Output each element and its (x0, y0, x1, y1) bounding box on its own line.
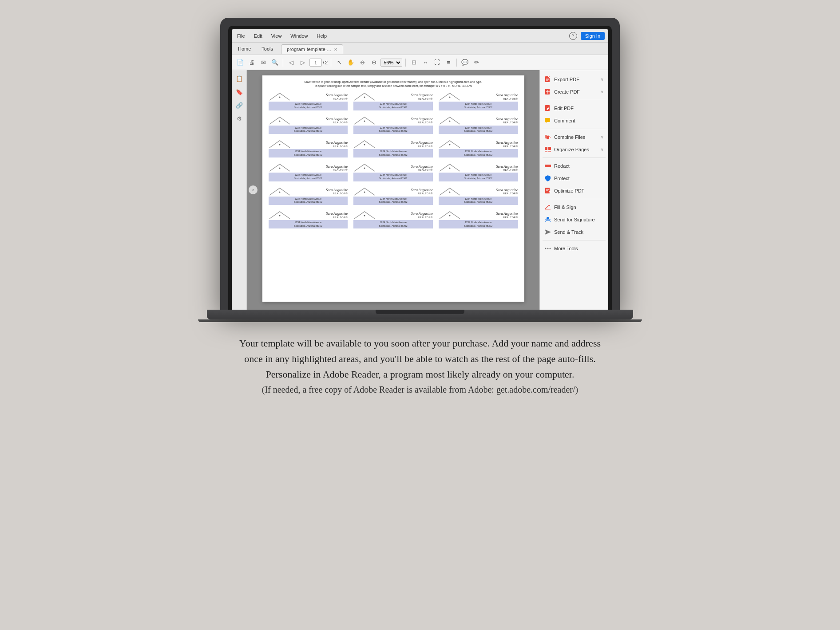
svg-rect-32 (548, 147, 551, 150)
roof-icon (269, 163, 291, 172)
export-pdf-icon (544, 76, 551, 83)
label-info: Sara Augustine REALTOR® (461, 188, 518, 195)
toolbar: 📄 🖨 ✉ 🔍 ◁ ▷ / 2 ↖ ✋ ⊖ ⊕ (232, 55, 608, 70)
help-icon[interactable]: ? (569, 32, 577, 40)
create-pdf-icon (544, 88, 551, 95)
menu-file[interactable]: File (235, 32, 247, 39)
tool-export-pdf[interactable]: Export PDF ∨ (543, 74, 606, 85)
sidebar-pages-icon[interactable]: 📋 (234, 74, 244, 83)
menu-view[interactable]: View (269, 32, 284, 39)
tool-send-signature[interactable]: Send for Signature (543, 214, 606, 225)
tab-close-icon[interactable]: ✕ (334, 47, 337, 52)
svg-point-15 (279, 215, 280, 217)
svg-point-6 (279, 144, 280, 145)
tool-edit-pdf[interactable]: Edit PDF (543, 102, 606, 114)
label-address-box: 1234 North Main Avenue Scottsdale, Arizo… (269, 197, 348, 205)
label-address-box: 1234 North Main Avenue Scottsdale, Arizo… (353, 220, 433, 228)
menu-help[interactable]: Help (315, 32, 329, 39)
roof-icon (269, 92, 291, 101)
label-address-box: 1234 North Main Avenue Scottsdale, Arizo… (439, 126, 518, 134)
label-address-box: 1234 North Main Avenue Scottsdale, Arizo… (269, 173, 348, 181)
tool-more-tools[interactable]: More Tools (543, 243, 606, 254)
bottom-line3: Personalize in Adobe Reader, a program m… (239, 366, 601, 382)
panel-separator-1 (543, 100, 606, 100)
nav-bar: Home Tools program-template-... ✕ (232, 43, 608, 55)
toolbar-search-icon[interactable]: 🔍 (270, 58, 280, 67)
tool-optimize-pdf[interactable]: Optimize PDF (543, 185, 606, 197)
tab-label: program-template-... (287, 47, 331, 52)
roof-icon (353, 140, 376, 149)
toolbar-fit-page-icon[interactable]: ⊡ (409, 58, 419, 67)
laptop-screen: File Edit View Window Help ? Sign In Hom… (232, 29, 608, 310)
roof-icon (439, 92, 461, 101)
tool-send-track[interactable]: Send & Track (543, 226, 606, 238)
toolbar-zoom-out-icon[interactable]: ⊖ (357, 58, 367, 67)
list-item: Sara Augustine REALTOR® 1234 North Main … (437, 161, 520, 183)
tool-protect[interactable]: Protect (543, 173, 606, 184)
tool-organize-pages[interactable]: Organize Pages ∨ (543, 144, 606, 155)
nav-tools[interactable]: Tools (259, 44, 276, 53)
nav-home[interactable]: Home (235, 44, 254, 53)
toolbar-email-icon[interactable]: ✉ (258, 58, 268, 67)
toolbar-back-icon[interactable]: ◁ (286, 58, 296, 67)
page-number-input[interactable] (309, 59, 322, 67)
sign-in-button[interactable]: Sign In (581, 32, 605, 40)
svg-rect-31 (545, 147, 547, 150)
list-item: Sara Augustine REALTOR® 1234 North Main … (267, 138, 350, 159)
list-item: Sara Augustine REALTOR® 1234 North Main … (352, 91, 435, 112)
tool-comment[interactable]: Comment (543, 115, 606, 126)
export-pdf-arrow: ∨ (601, 77, 604, 82)
laptop-feet (198, 319, 642, 322)
toolbar-cursor-icon[interactable]: ↖ (334, 58, 344, 67)
svg-point-1 (364, 97, 365, 98)
toolbar-forward-icon[interactable]: ▷ (298, 58, 308, 67)
tool-create-pdf[interactable]: Create PDF ∨ (543, 86, 606, 98)
roof-icon (269, 211, 291, 220)
toolbar-fit-width-icon[interactable]: ↔ (420, 58, 430, 67)
toolbar-zoom-in-icon[interactable]: ⊕ (369, 58, 379, 67)
list-item: Sara Augustine REALTOR® 1234 North Main … (352, 114, 435, 136)
list-item: Sara Augustine REALTOR® 1234 North Main … (352, 185, 435, 207)
roof-icon (269, 187, 291, 196)
fill-sign-icon (544, 204, 551, 211)
tool-combine-files[interactable]: Combine Files ∨ (543, 131, 606, 143)
create-pdf-arrow: ∨ (601, 90, 604, 94)
svg-point-10 (364, 168, 365, 169)
menu-window[interactable]: Window (289, 32, 309, 39)
pdf-prev-page-button[interactable]: ‹ (249, 185, 258, 194)
document-tab[interactable]: program-template-... ✕ (281, 44, 343, 54)
toolbar-hand-icon[interactable]: ✋ (346, 58, 356, 67)
sidebar-tools-icon[interactable]: ⚙ (234, 114, 244, 123)
sidebar-bookmark-icon[interactable]: 🔖 (234, 87, 244, 97)
toolbar-open-icon[interactable]: 📄 (235, 58, 245, 67)
toolbar-comment-icon[interactable]: 💬 (460, 58, 470, 67)
roof-icon (439, 211, 461, 220)
left-sidebar: 📋 🔖 🔗 ⚙ (232, 70, 247, 310)
toolbar-fullscreen-icon[interactable]: ⛶ (432, 58, 442, 67)
edit-pdf-label: Edit PDF (554, 106, 604, 111)
label-address-box: 1234 North Main Avenue Scottsdale, Arizo… (353, 173, 433, 181)
label-address-box: 1234 North Main Avenue Scottsdale, Arizo… (353, 197, 433, 205)
pdf-viewer: ‹ Save the file to your desktop, open Ac… (247, 70, 539, 310)
toolbar-print-icon[interactable]: 🖨 (247, 58, 257, 67)
menu-edit[interactable]: Edit (252, 32, 264, 39)
svg-point-3 (279, 120, 280, 122)
svg-point-5 (449, 120, 450, 122)
roof-icon (353, 163, 376, 172)
label-address-box: 1234 North Main Avenue Scottsdale, Arizo… (269, 220, 348, 228)
svg-point-13 (364, 191, 365, 193)
laptop-base (207, 310, 633, 319)
roof-icon (439, 116, 461, 125)
tool-redact[interactable]: Redact (543, 160, 606, 172)
zoom-selector[interactable]: 56% (380, 59, 402, 67)
tool-fill-sign[interactable]: Fill & Sign (543, 201, 606, 213)
sidebar-link-icon[interactable]: 🔗 (234, 100, 244, 110)
toolbar-pencil-icon[interactable]: ✏ (472, 58, 481, 67)
title-bar-right: ? Sign In (569, 32, 605, 40)
label-address-box: 1234 North Main Avenue Scottsdale, Arizo… (439, 149, 518, 158)
organize-pages-icon (544, 146, 551, 153)
label-info: Sara Augustine REALTOR® (291, 141, 348, 148)
roof-icon (269, 116, 291, 125)
list-item: Sara Augustine REALTOR® 1234 North Main … (267, 114, 350, 136)
toolbar-scroll-icon[interactable]: ≡ (444, 58, 453, 67)
